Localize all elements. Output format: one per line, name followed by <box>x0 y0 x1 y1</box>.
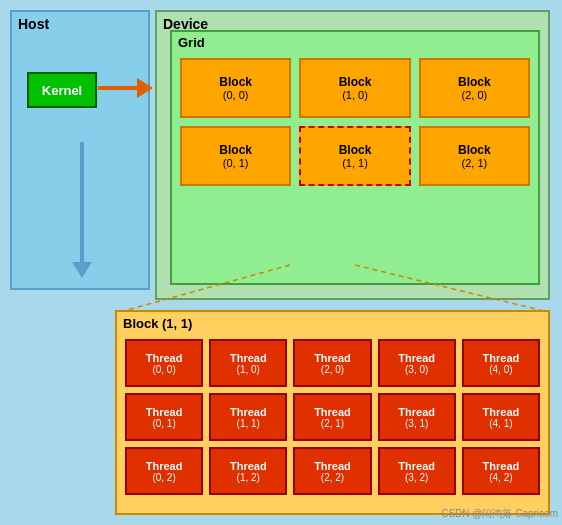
block-coords: (2, 1) <box>461 157 487 169</box>
grid-section: Grid Block (0, 0) Block (1, 0) Block (2,… <box>170 30 540 285</box>
block-title: Block <box>339 143 372 157</box>
thread-3-0: Thread (3, 0) <box>378 339 456 387</box>
block-coords: (2, 0) <box>461 89 487 101</box>
thread-0-2: Thread (0, 2) <box>125 447 203 495</box>
block-coords: (0, 1) <box>223 157 249 169</box>
block-detail-label: Block (1, 1) <box>117 312 548 335</box>
block-cell-1-1: Block (1, 1) <box>299 126 410 186</box>
block-cell-0-1: Block (0, 1) <box>180 126 291 186</box>
thread-2-2: Thread (2, 2) <box>293 447 371 495</box>
thread-1-0: Thread (1, 0) <box>209 339 287 387</box>
block-cell-2-0: Block (2, 0) <box>419 58 530 118</box>
thread-1-2: Thread (1, 2) <box>209 447 287 495</box>
block-detail-section: Block (1, 1) Thread (0, 0) Thread (1, 0)… <box>115 310 550 515</box>
v-arrow-line <box>80 142 84 262</box>
kernel-to-grid-arrow <box>98 78 153 98</box>
block-coords: (1, 0) <box>342 89 368 101</box>
thread-4-1: Thread (4, 1) <box>462 393 540 441</box>
block-title: Block <box>458 143 491 157</box>
thread-4-0: Thread (4, 0) <box>462 339 540 387</box>
arrow-line <box>98 86 137 90</box>
main-container: Host Kernel Device Grid Block (0, 0) Blo… <box>0 0 562 525</box>
block-cell-0-0: Block (0, 0) <box>180 58 291 118</box>
watermark: CSDN @闷鸿落 Capricom <box>441 507 558 521</box>
thread-3-2: Thread (3, 2) <box>378 447 456 495</box>
block-title: Block <box>219 143 252 157</box>
block-coords: (1, 1) <box>342 157 368 169</box>
thread-4-2: Thread (4, 2) <box>462 447 540 495</box>
thread-1-1: Thread (1, 1) <box>209 393 287 441</box>
v-arrow-head <box>72 262 92 278</box>
block-coords: (0, 0) <box>223 89 249 101</box>
thread-0-1: Thread (0, 1) <box>125 393 203 441</box>
kernel-box: Kernel <box>27 72 97 108</box>
host-section: Host Kernel <box>10 10 150 290</box>
block-title: Block <box>339 75 372 89</box>
grid-blocks: Block (0, 0) Block (1, 0) Block (2, 0) B… <box>172 53 538 194</box>
thread-3-1: Thread (3, 1) <box>378 393 456 441</box>
thread-0-0: Thread (0, 0) <box>125 339 203 387</box>
kernel-label: Kernel <box>42 83 82 98</box>
block-cell-2-1: Block (2, 1) <box>419 126 530 186</box>
vertical-arrow <box>72 142 92 278</box>
thread-2-0: Thread (2, 0) <box>293 339 371 387</box>
grid-label: Grid <box>172 32 538 53</box>
block-cell-1-0: Block (1, 0) <box>299 58 410 118</box>
host-label: Host <box>12 12 148 36</box>
block-title: Block <box>219 75 252 89</box>
arrow-head <box>137 78 153 98</box>
thread-grid: Thread (0, 0) Thread (1, 0) Thread (2, 0… <box>117 335 548 503</box>
block-title: Block <box>458 75 491 89</box>
thread-2-1: Thread (2, 1) <box>293 393 371 441</box>
